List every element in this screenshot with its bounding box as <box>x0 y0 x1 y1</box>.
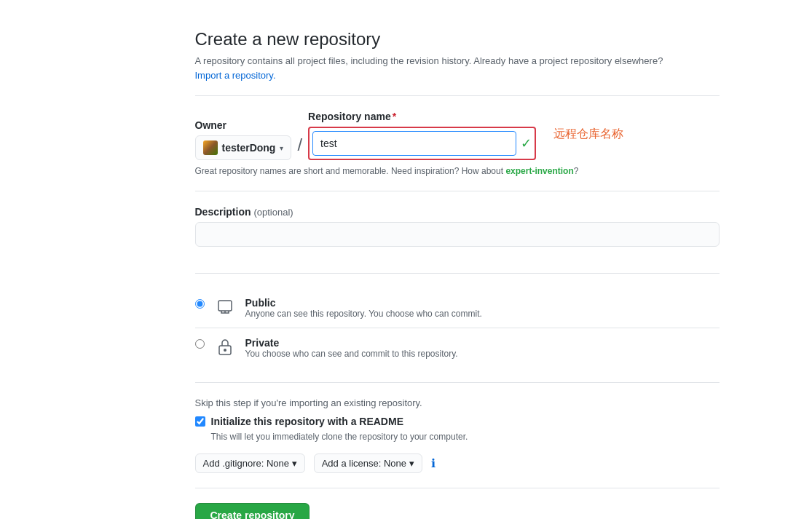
visibility-section: Public Anyone can see this repository. Y… <box>195 288 720 368</box>
private-radio[interactable] <box>195 339 205 349</box>
divider-bottom <box>195 488 720 488</box>
create-repository-button[interactable]: Create repository <box>195 503 310 519</box>
repo-name-field: Repository name* ✓ <box>308 111 536 160</box>
public-radio[interactable] <box>195 299 205 309</box>
repo-name-annotation: 远程仓库名称 <box>553 127 623 145</box>
private-text: Private You choose who can see and commi… <box>245 337 458 359</box>
skip-note: Skip this step if you're importing an ex… <box>195 397 720 408</box>
public-option: Public Anyone can see this repository. Y… <box>195 288 720 328</box>
required-star: * <box>393 111 396 122</box>
init-checkbox-row: Initialize this repository with a README <box>195 416 720 427</box>
divider-init <box>195 382 720 383</box>
gitignore-dropdown[interactable]: Add .gitignore: None ▾ <box>195 453 305 473</box>
init-checkbox[interactable] <box>195 416 205 427</box>
page-title: Create a new repository <box>195 29 720 49</box>
page-subtitle: A repository contains all project files,… <box>195 55 720 66</box>
public-description: Anyone can see this repository. You choo… <box>245 309 482 319</box>
license-dropdown[interactable]: Add a license: None ▾ <box>314 453 422 473</box>
owner-avatar <box>203 140 218 155</box>
private-option: Private You choose who can see and commi… <box>195 328 720 368</box>
description-field: Description (optional) <box>195 206 720 258</box>
owner-label: Owner <box>195 119 292 131</box>
divider-visibility <box>195 273 720 274</box>
repo-name-hint: Great repository names are short and mem… <box>195 166 720 176</box>
description-input[interactable] <box>195 222 720 247</box>
public-text: Public Anyone can see this repository. Y… <box>245 297 482 319</box>
repo-name-input[interactable] <box>312 131 516 156</box>
private-label: Private <box>245 337 458 349</box>
main-container: Create a new repository A repository con… <box>79 0 734 519</box>
optional-label: (optional) <box>253 207 293 218</box>
owner-field: Owner testerDong ▾ <box>195 119 292 160</box>
init-label: Initialize this repository with a README <box>211 416 403 427</box>
public-icon <box>213 296 237 319</box>
check-icon: ✓ <box>521 135 532 151</box>
init-hint: This will let you immediately clone the … <box>211 432 720 442</box>
divider-description <box>195 191 720 191</box>
dropdowns-row: Add .gitignore: None ▾ Add a license: No… <box>195 453 720 473</box>
svg-rect-0 <box>218 301 232 311</box>
init-section: Skip this step if you're importing an ex… <box>195 397 720 442</box>
owner-select[interactable]: testerDong ▾ <box>195 135 292 160</box>
public-label: Public <box>245 297 482 309</box>
private-icon <box>213 336 237 359</box>
repo-name-input-row: ✓ <box>312 131 532 156</box>
slash-separator: / <box>297 132 302 160</box>
owner-name: testerDong <box>222 142 276 154</box>
chevron-down-icon: ▾ <box>280 144 283 152</box>
svg-point-3 <box>224 349 226 352</box>
divider-top <box>195 95 720 96</box>
info-icon[interactable]: ℹ <box>431 456 435 470</box>
repo-name-label: Repository name* <box>308 111 536 122</box>
private-description: You choose who can see and commit to thi… <box>245 349 458 359</box>
repo-name-wrapper: ✓ <box>308 127 536 160</box>
import-link[interactable]: Import a repository. <box>195 70 276 81</box>
suggestion-link[interactable]: expert-invention <box>505 166 573 176</box>
description-label: Description (optional) <box>195 206 720 218</box>
